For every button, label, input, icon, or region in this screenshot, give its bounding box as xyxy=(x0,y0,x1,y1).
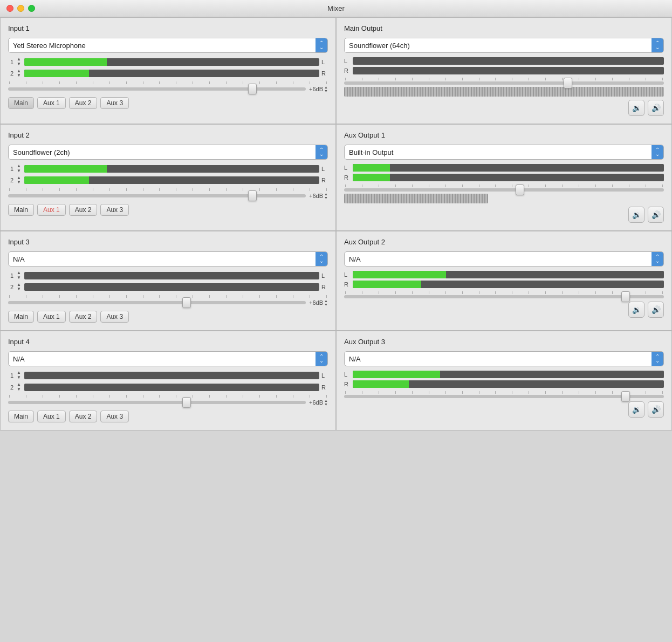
route-btn-aux-1[interactable]: Aux 1 xyxy=(37,204,66,216)
ch1-spinner-input3[interactable]: ▲ ▼ xyxy=(16,271,22,281)
input-panel-input2: Input 2 Soundflower (2ch) 1 ▲ ▼ L 2 ▲ xyxy=(0,124,336,231)
speaker-low-btn-aux_output2[interactable]: 🔉 xyxy=(628,302,644,318)
route-btn-aux-1[interactable]: Aux 1 xyxy=(37,97,66,109)
out-meter-row-ch1-aux_output2: L xyxy=(344,271,664,278)
slider-tick xyxy=(612,185,613,187)
speaker-low-btn-main_output[interactable]: 🔉 xyxy=(628,100,644,116)
route-btn-main[interactable]: Main xyxy=(8,204,34,216)
slider-tick xyxy=(310,295,310,298)
out-slider-thumb-aux_output2[interactable] xyxy=(621,291,630,302)
select-arrows-aux_output1[interactable] xyxy=(652,145,663,159)
slider-track-input4[interactable] xyxy=(8,401,306,404)
device-select-main_output[interactable]: Soundflower (64ch) xyxy=(344,38,664,53)
slider-tick xyxy=(143,395,143,398)
out-slider-track-main_output[interactable] xyxy=(344,81,664,85)
value-spinner-input1[interactable]: ▲ ▼ xyxy=(324,85,328,93)
ch2-spinner-input2[interactable]: ▲ ▼ xyxy=(16,176,22,186)
slider-track-input2[interactable] xyxy=(8,194,306,197)
out-slider-area-aux_output3 xyxy=(344,391,664,398)
select-arrows-aux_output3[interactable] xyxy=(652,352,663,366)
close-button[interactable] xyxy=(6,5,13,12)
device-select-input3[interactable]: N/A xyxy=(8,251,328,267)
out-ch1-label-aux_output1: L xyxy=(344,165,349,171)
vol-bar-main_output xyxy=(344,87,664,97)
slider-thumb-input2[interactable] xyxy=(248,190,257,201)
slider-tick xyxy=(93,81,93,84)
slider-thumb-input3[interactable] xyxy=(182,297,191,308)
zoom-button[interactable] xyxy=(28,5,35,12)
ch2-spinner-input3[interactable]: ▲ ▼ xyxy=(16,283,22,292)
slider-tick xyxy=(545,391,546,394)
slider-tick xyxy=(143,188,143,191)
slider-thumb-input4[interactable] xyxy=(182,397,191,408)
route-btn-aux-1[interactable]: Aux 1 xyxy=(37,411,66,422)
slider-tick xyxy=(43,188,43,191)
slider-track-input3[interactable] xyxy=(8,301,306,304)
value-spinner-input2[interactable]: ▲ ▼ xyxy=(324,192,328,200)
select-arrows-input4[interactable] xyxy=(316,352,327,366)
route-btn-aux-2[interactable]: Aux 2 xyxy=(69,411,98,422)
device-select-aux_output3[interactable]: N/A xyxy=(344,351,664,366)
out-slider-thumb-aux_output3[interactable] xyxy=(621,391,630,402)
speaker-btn-aux_output3[interactable]: 🔊 xyxy=(648,401,664,418)
select-arrows-input1[interactable] xyxy=(316,38,327,52)
speaker-btn-aux_output1[interactable]: 🔊 xyxy=(648,207,664,223)
device-select-input1[interactable]: Yeti Stereo Microphone xyxy=(8,38,328,53)
speaker-low-btn-aux_output1[interactable]: 🔉 xyxy=(628,207,644,223)
meter-row-ch1-input2: 1 ▲ ▼ L xyxy=(8,164,328,174)
slider-tick xyxy=(109,295,110,298)
route-btn-main[interactable]: Main xyxy=(8,311,34,323)
window-title: Mixer xyxy=(327,4,345,12)
ch2-num-input3: 2 xyxy=(8,284,13,290)
speaker-btn-aux_output2[interactable]: 🔊 xyxy=(648,302,664,318)
ch2-spinner-input4[interactable]: ▲ ▼ xyxy=(16,383,22,392)
ch1-spinner-input4[interactable]: ▲ ▼ xyxy=(16,371,22,380)
value-spinner-input3[interactable]: ▲ ▼ xyxy=(324,299,328,306)
ch1-spinner-input1[interactable]: ▲ ▼ xyxy=(16,57,22,67)
ch1-meter-input1 xyxy=(24,58,319,66)
minimize-button[interactable] xyxy=(17,5,24,12)
ch1-spinner-input2[interactable]: ▲ ▼ xyxy=(16,164,22,174)
route-btn-aux-3[interactable]: Aux 3 xyxy=(100,311,129,323)
route-btn-main[interactable]: Main xyxy=(8,411,34,422)
route-btn-main[interactable]: Main xyxy=(8,97,34,109)
panel-title-main_output: Main Output xyxy=(344,24,664,32)
slider-value-input1: +6dB xyxy=(309,86,323,92)
out-meter-row-ch2-main_output: R xyxy=(344,67,664,74)
route-btn-aux-3[interactable]: Aux 3 xyxy=(100,204,129,216)
slider-thumb-input1[interactable] xyxy=(248,84,257,94)
out-slider-thumb-aux_output1[interactable] xyxy=(516,185,524,195)
out-slider-track-aux_output2[interactable] xyxy=(344,295,664,298)
slider-tick xyxy=(276,395,277,398)
route-btn-aux-2[interactable]: Aux 2 xyxy=(69,204,98,216)
ch2-spinner-input1[interactable]: ▲ ▼ xyxy=(16,69,22,79)
traffic-lights[interactable] xyxy=(6,5,35,12)
out-slider-track-aux_output1[interactable] xyxy=(344,188,664,192)
slider-tick xyxy=(176,188,176,191)
out-slider-area-main_output xyxy=(344,78,664,85)
speaker-low-btn-aux_output3[interactable]: 🔉 xyxy=(628,401,644,418)
device-select-aux_output1[interactable]: Built-in Output xyxy=(344,145,664,160)
route-btn-aux-1[interactable]: Aux 1 xyxy=(37,311,66,323)
route-btn-aux-3[interactable]: Aux 3 xyxy=(100,411,129,422)
out-slider-track-aux_output3[interactable] xyxy=(344,395,664,398)
out-ch2-label-aux_output1: R xyxy=(344,174,349,181)
slider-tick xyxy=(495,291,496,294)
select-arrows-input3[interactable] xyxy=(316,252,327,266)
device-select-input4[interactable]: N/A xyxy=(8,351,328,366)
route-btn-aux-2[interactable]: Aux 2 xyxy=(69,97,98,109)
route-btn-aux-2[interactable]: Aux 2 xyxy=(69,311,98,323)
device-select-aux_output2[interactable]: N/A xyxy=(344,251,664,267)
device-select-input2[interactable]: Soundflower (2ch) xyxy=(8,145,328,160)
route-btn-aux-3[interactable]: Aux 3 xyxy=(100,97,129,109)
out-ch2-fill-aux_output3 xyxy=(353,380,409,388)
vol-bar-aux_output1 xyxy=(344,194,488,203)
select-arrows-input2[interactable] xyxy=(316,145,327,159)
select-arrows-main_output[interactable] xyxy=(652,38,663,52)
slider-tick xyxy=(9,81,10,84)
speaker-btn-main_output[interactable]: 🔊 xyxy=(648,100,664,116)
select-arrows-aux_output2[interactable] xyxy=(652,252,663,266)
slider-track-input1[interactable] xyxy=(8,87,306,91)
out-slider-thumb-main_output[interactable] xyxy=(564,78,572,88)
value-spinner-input4[interactable]: ▲ ▼ xyxy=(324,399,328,406)
